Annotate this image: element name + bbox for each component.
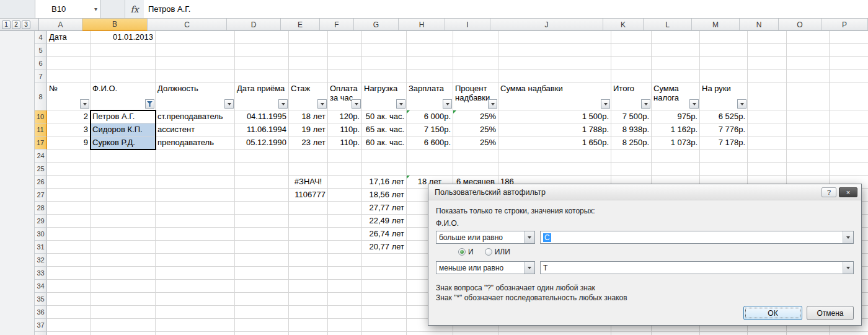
cell-C32[interactable]	[156, 254, 235, 267]
cell-O38[interactable]	[787, 332, 830, 335]
cell-A26[interactable]	[47, 176, 91, 189]
cell-M7[interactable]	[700, 70, 748, 83]
cell-H10[interactable]: 6 000р.	[407, 110, 453, 123]
row-header-27[interactable]: 27	[35, 189, 47, 202]
row-header-38[interactable]: 38	[35, 332, 47, 335]
cell-D30[interactable]	[235, 228, 289, 241]
cell-J6[interactable]	[498, 57, 611, 70]
operator1-combobox[interactable]: больше или равно	[436, 231, 535, 244]
cell-D7[interactable]	[235, 70, 289, 83]
cell-P24[interactable]	[830, 150, 868, 163]
filter-button-L[interactable]	[689, 99, 699, 109]
outline-level-3-button[interactable]: 3	[22, 20, 30, 29]
cell-P10[interactable]	[830, 110, 868, 123]
cell-P17[interactable]	[830, 136, 868, 150]
cell-M4[interactable]	[700, 31, 748, 44]
filter-button-C[interactable]	[224, 99, 234, 109]
dialog-help-button[interactable]: ?	[822, 187, 836, 197]
cell-I4[interactable]	[453, 31, 498, 44]
column-header-G[interactable]: G	[354, 19, 399, 31]
cell-N6[interactable]	[748, 57, 787, 70]
cell-E38[interactable]	[289, 332, 328, 335]
cell-B11[interactable]: Сидоров К.П.	[91, 123, 156, 136]
cell-L6[interactable]	[652, 57, 700, 70]
cell-P7[interactable]	[830, 70, 868, 83]
cell-J25[interactable]	[498, 163, 611, 176]
cell-H25[interactable]	[407, 163, 453, 176]
cell-M8[interactable]: На руки	[700, 83, 748, 110]
cell-F6[interactable]	[328, 57, 362, 70]
row-header-24[interactable]: 24	[35, 150, 47, 163]
row-header-8[interactable]: 8	[35, 83, 47, 110]
cell-E35[interactable]	[289, 293, 328, 306]
cell-L17[interactable]: 1 073р.	[652, 136, 700, 150]
cell-E5[interactable]	[289, 44, 328, 57]
cell-F30[interactable]	[328, 228, 362, 241]
row-header-11[interactable]: 11	[35, 123, 47, 136]
cell-K4[interactable]	[611, 31, 652, 44]
cell-N17[interactable]	[748, 136, 787, 150]
cell-N38[interactable]	[748, 332, 787, 335]
cell-I17[interactable]: 25%	[453, 136, 498, 150]
cell-C10[interactable]: ст.преподаватель	[156, 110, 235, 123]
cell-I7[interactable]	[453, 70, 498, 83]
cell-F38[interactable]	[328, 332, 362, 335]
cell-D31[interactable]	[235, 241, 289, 254]
cell-M5[interactable]	[700, 44, 748, 57]
row-header-28[interactable]: 28	[35, 202, 47, 215]
filter-button-H[interactable]	[443, 99, 452, 109]
cell-P8[interactable]	[830, 83, 868, 110]
filter-button-active-B[interactable]	[145, 99, 154, 109]
filter-button-E[interactable]	[317, 99, 327, 109]
and-radio[interactable]: И	[458, 248, 474, 256]
cell-F28[interactable]	[328, 202, 362, 215]
cell-P4[interactable]	[830, 31, 868, 44]
cell-J7[interactable]	[498, 70, 611, 83]
cell-G29[interactable]: 22,49 лет	[362, 215, 407, 228]
cell-H4[interactable]	[407, 31, 453, 44]
cell-F27[interactable]	[328, 189, 362, 202]
cell-B37[interactable]	[91, 319, 156, 332]
cell-O7[interactable]	[787, 70, 830, 83]
row-header-35[interactable]: 35	[35, 293, 47, 306]
cell-G38[interactable]	[362, 332, 407, 335]
cell-F32[interactable]	[328, 254, 362, 267]
formula-input[interactable]: Петров А.Г.	[144, 0, 868, 18]
cell-E33[interactable]	[289, 267, 328, 280]
cell-B8[interactable]: Ф.И.О.	[91, 83, 156, 110]
cell-G30[interactable]: 26,74 лет	[362, 228, 407, 241]
cell-E37[interactable]	[289, 319, 328, 332]
cell-K5[interactable]	[611, 44, 652, 57]
cell-O25[interactable]	[787, 163, 830, 176]
filter-button-F[interactable]	[352, 99, 361, 109]
cell-M6[interactable]	[700, 57, 748, 70]
cell-D37[interactable]	[235, 319, 289, 332]
cell-I25[interactable]	[453, 163, 498, 176]
cell-P6[interactable]	[830, 57, 868, 70]
cell-J5[interactable]	[498, 44, 611, 57]
cell-K17[interactable]: 8 250р.	[611, 136, 652, 150]
cell-A37[interactable]	[47, 319, 91, 332]
cell-G6[interactable]	[362, 57, 407, 70]
row-header-34[interactable]: 34	[35, 280, 47, 293]
cell-M17[interactable]: 7 178р.	[700, 136, 748, 150]
filter-button-I[interactable]	[488, 99, 497, 109]
column-header-K[interactable]: K	[603, 19, 644, 31]
dialog-close-button[interactable]: ×	[839, 187, 857, 197]
column-header-D[interactable]: D	[227, 19, 281, 31]
cell-L4[interactable]	[652, 31, 700, 44]
cell-H11[interactable]: 7 150р.	[407, 123, 453, 136]
cell-C17[interactable]: преподаватель	[156, 136, 235, 150]
ok-button[interactable]: ОК	[743, 306, 802, 320]
cell-K6[interactable]	[611, 57, 652, 70]
cell-J38[interactable]	[498, 332, 611, 335]
cell-K25[interactable]	[611, 163, 652, 176]
cell-B36[interactable]	[91, 306, 156, 319]
cell-B32[interactable]	[91, 254, 156, 267]
name-box-dropdown-icon[interactable]: ▾	[94, 6, 97, 12]
cell-C34[interactable]	[156, 280, 235, 293]
cell-N24[interactable]	[748, 150, 787, 163]
filter-button-K[interactable]	[641, 99, 650, 109]
cell-C4[interactable]	[156, 31, 235, 44]
cell-D6[interactable]	[235, 57, 289, 70]
